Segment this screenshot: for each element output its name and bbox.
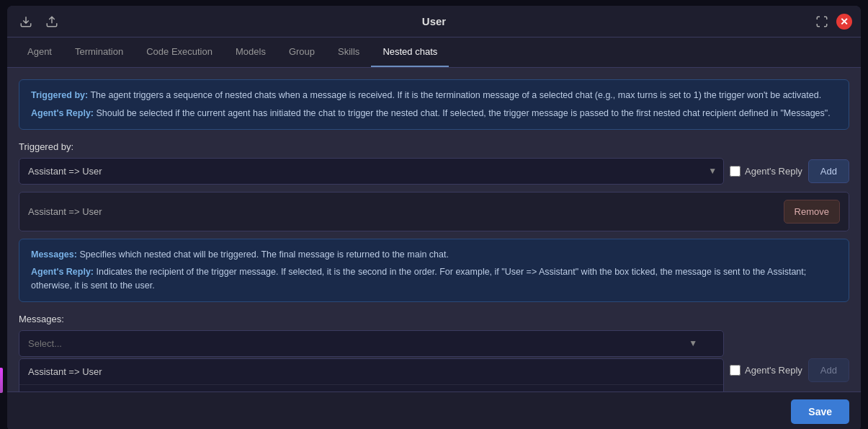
- modal-footer: Save: [7, 392, 861, 429]
- messages-select-display[interactable]: Select... ▼: [19, 330, 724, 357]
- triggered-by-select-wrapper: Assistant => User User => Assistant ▼: [19, 158, 724, 185]
- agents-reply-2-highlight-label: Agent's Reply:: [31, 267, 94, 277]
- tab-group[interactable]: Group: [277, 37, 326, 67]
- agents-reply-2-text: Indicates the recipient of the trigger m…: [31, 267, 806, 291]
- tab-models[interactable]: Models: [224, 37, 277, 67]
- modal-header: User ✕: [7, 6, 861, 37]
- tabs-bar: Agent Termination Code Execution Models …: [7, 37, 861, 68]
- triggered-by-row: Assistant => User User => Assistant ▼ Ag…: [19, 158, 849, 185]
- modal-body: Triggered by: The agent triggers a seque…: [7, 68, 861, 392]
- dropdown-item-assistant-user[interactable]: Assistant => User: [19, 359, 723, 385]
- tab-code-execution[interactable]: Code Execution: [135, 37, 224, 67]
- save-button[interactable]: Save: [791, 399, 849, 424]
- agents-reply-checkbox-1[interactable]: [730, 166, 741, 177]
- agents-reply-label-2: Agent's Reply: [745, 365, 802, 376]
- info-box-triggered: Triggered by: The agent triggers a seque…: [19, 79, 849, 130]
- upload-icon[interactable]: [42, 12, 62, 32]
- expand-icon[interactable]: [812, 12, 832, 32]
- modal-title: User: [422, 15, 446, 27]
- header-right: ✕: [812, 12, 852, 32]
- tab-termination[interactable]: Termination: [63, 37, 135, 67]
- header-left: [16, 12, 62, 32]
- user-modal: User ✕ Agent Termination Code Execution …: [7, 6, 861, 429]
- messages-highlight-label: Messages:: [31, 249, 77, 260]
- messages-text: Specifies which nested chat will be trig…: [79, 249, 449, 260]
- agents-reply-checkbox-2[interactable]: [730, 365, 741, 376]
- triggered-by-static-value: Assistant => User: [28, 206, 102, 217]
- dropdown-item-user-assistant[interactable]: User => Assistant: [19, 385, 723, 392]
- remove-button[interactable]: Remove: [784, 200, 840, 224]
- triggered-by-add-button[interactable]: Add: [808, 159, 849, 183]
- download-icon[interactable]: [16, 12, 36, 32]
- agents-reply-checkbox-label-2[interactable]: Agent's Reply: [730, 365, 802, 376]
- triggered-by-section-label: Triggered by:: [19, 141, 849, 152]
- tab-agent[interactable]: Agent: [16, 37, 63, 67]
- messages-dropdown: Assistant => User User => Assistant: [19, 358, 724, 392]
- tab-skills[interactable]: Skills: [326, 37, 371, 67]
- messages-chevron-icon: ▼: [689, 338, 697, 348]
- agents-reply-label-1: Agent's Reply: [745, 166, 802, 177]
- close-button[interactable]: ✕: [836, 14, 852, 30]
- triggered-by-select[interactable]: Assistant => User User => Assistant: [19, 158, 724, 185]
- triggered-by-text: The agent triggers a sequence of nested …: [90, 90, 821, 100]
- messages-placeholder: Select...: [28, 338, 62, 349]
- messages-select-wrapper: Select... ▼ Assistant => User User => As…: [19, 330, 724, 392]
- tab-nested-chats[interactable]: Nested chats: [371, 37, 449, 67]
- agents-reply-highlight-label: Agent's Reply:: [31, 108, 94, 118]
- info-box-messages: Messages: Specifies which nested chat wi…: [19, 239, 849, 302]
- triggered-by-highlight-label: Triggered by:: [31, 90, 88, 100]
- messages-add-button[interactable]: Add: [808, 358, 849, 382]
- agents-reply-text: Should be selected if the current agent …: [97, 108, 831, 118]
- agents-reply-checkbox-label-1[interactable]: Agent's Reply: [730, 166, 802, 177]
- accent-bar: [0, 368, 3, 393]
- triggered-by-static-row: Assistant => User Remove: [19, 192, 849, 231]
- messages-section-label: Messages:: [19, 314, 849, 324]
- messages-row: Select... ▼ Assistant => User User => As…: [19, 330, 849, 392]
